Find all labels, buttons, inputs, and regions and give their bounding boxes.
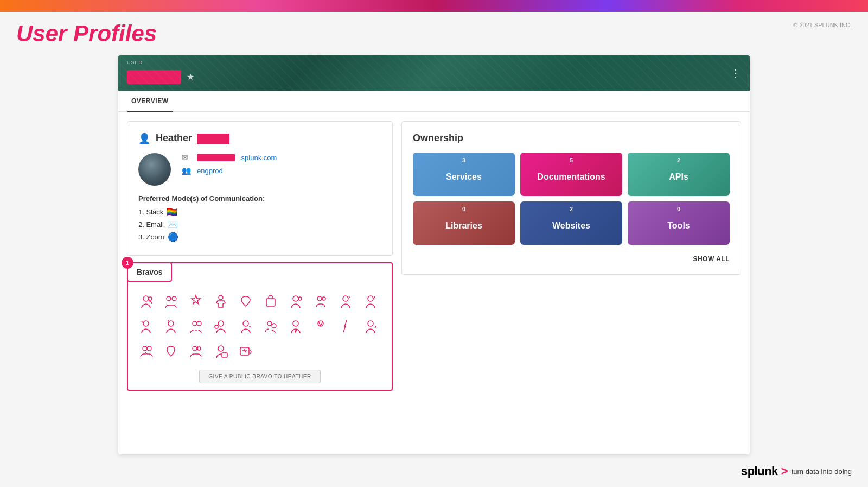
websites-label: Websites (552, 221, 590, 231)
profile-name: Heather (156, 132, 229, 144)
svg-point-19 (267, 321, 272, 326)
svg-point-18 (243, 321, 248, 326)
bravos-header: 1 Bravos (127, 262, 172, 282)
svg-point-1 (149, 297, 152, 300)
zoom-icon: 🔵 (168, 232, 178, 242)
svg-point-17 (215, 325, 218, 328)
bravo-icon-9[interactable] (334, 290, 357, 313)
svg-point-12 (143, 321, 149, 326)
email-domain: .splunk.com (239, 154, 277, 162)
bravos-section: 1 Bravos (127, 262, 393, 391)
ownership-tile-apis[interactable]: 2 APIs (628, 153, 730, 196)
bravo-icon-13[interactable] (184, 315, 207, 338)
banner-menu-button[interactable]: ⋮ (730, 67, 741, 80)
svg-point-20 (272, 324, 276, 328)
copyright-text: © 2021 SPLUNK INC. (793, 22, 852, 28)
svg-point-23 (368, 321, 373, 326)
svg-point-14 (193, 321, 197, 326)
bravo-icon-7[interactable] (284, 290, 307, 313)
svg-point-8 (317, 296, 322, 301)
svg-point-21 (293, 321, 298, 326)
svg-point-9 (322, 297, 326, 300)
show-all-row: SHOW ALL (413, 254, 730, 263)
slack-icon: 🏳️‍🌈 (167, 207, 177, 217)
group-row: 👥 engprod (182, 166, 381, 175)
profile-info: ✉ .splunk.com 👥 engprod (182, 153, 381, 186)
bravo-icon-8[interactable] (309, 290, 332, 313)
comm-number-1: 1. Slack (138, 208, 163, 216)
svg-point-28 (218, 346, 224, 351)
bravo-icon-11[interactable] (135, 315, 157, 338)
ownership-tile-websites[interactable]: 2 Websites (520, 201, 622, 245)
libraries-label: Libraries (445, 221, 482, 231)
bravo-icon-20[interactable] (359, 315, 382, 338)
comm-email: 2. Email ✉️ (138, 219, 381, 230)
communication-section: Preferred Mode(s) of Communication: 1. S… (138, 194, 381, 242)
apis-count: 2 (628, 157, 730, 163)
bravos-label: Bravos (137, 268, 162, 276)
bravo-icon-18[interactable] (309, 315, 332, 338)
bravo-icon-5[interactable] (234, 290, 257, 313)
page-title: User Profiles (16, 21, 157, 47)
svg-point-7 (298, 297, 302, 300)
splunk-footer: splunk > turn data into doing (741, 464, 852, 478)
email-app-icon: ✉️ (167, 219, 178, 230)
ownership-tile-documentations[interactable]: 5 Documentations (520, 153, 622, 196)
comm-number-2: 2. Email (138, 220, 164, 229)
bravo-icon-12[interactable] (159, 315, 182, 338)
svg-point-15 (197, 321, 201, 326)
ownership-tile-libraries[interactable]: 0 Libraries (413, 201, 515, 245)
bravo-icon-16[interactable] (259, 315, 282, 338)
give-bravo-button[interactable]: GIVE A PUBLIC BRAVO TO HEATHER (199, 370, 320, 383)
bravo-icon-17[interactable] (284, 315, 307, 338)
ownership-card: Ownership 3 Services 5 Documentations 2 … (401, 121, 741, 275)
svg-point-13 (168, 321, 174, 326)
bravo-icon-6[interactable] (259, 290, 282, 313)
svg-point-3 (172, 296, 176, 301)
ownership-grid: 3 Services 5 Documentations 2 APIs 0 Lib… (413, 153, 730, 245)
bravo-icon-15[interactable] (234, 315, 257, 338)
svg-point-4 (219, 295, 223, 300)
bravo-icon-24[interactable] (209, 340, 232, 363)
bravo-icon-22[interactable] (159, 340, 182, 363)
websites-count: 2 (520, 206, 622, 212)
bravo-icon-21[interactable] (135, 340, 157, 363)
bravo-icon-10[interactable] (359, 290, 382, 313)
ownership-tile-tools[interactable]: 0 Tools (628, 201, 730, 245)
bravo-icon-23[interactable] (184, 340, 207, 363)
svg-point-6 (293, 296, 298, 301)
tools-label: Tools (667, 221, 690, 231)
bravo-icon-25[interactable] (234, 340, 257, 363)
person-icon: 👤 (138, 132, 150, 144)
email-row: ✉ .splunk.com (182, 153, 381, 162)
services-count: 3 (413, 157, 515, 163)
svg-point-16 (218, 321, 224, 326)
bravo-icon-2[interactable] (159, 290, 182, 313)
left-panel: 👤 Heather ✉ .splunk.com (127, 121, 393, 440)
splunk-chevron-icon: > (781, 464, 788, 478)
documentations-count: 5 (520, 157, 622, 163)
group-icon: 👥 (182, 166, 193, 175)
svg-rect-5 (266, 299, 275, 306)
svg-point-0 (143, 296, 149, 301)
profile-banner: USER ★ ⋮ (118, 55, 750, 91)
content-area: 👤 Heather ✉ .splunk.com (118, 112, 750, 449)
services-label: Services (446, 172, 482, 182)
bravo-icon-14[interactable] (209, 315, 232, 338)
bravo-icon-19[interactable] (334, 315, 357, 338)
apis-label: APIs (669, 172, 688, 182)
avatar-image (138, 153, 171, 186)
tab-overview[interactable]: OVERVIEW (127, 91, 173, 112)
bravo-icon-1[interactable] (135, 290, 157, 313)
bravo-icon-3[interactable] (184, 290, 207, 313)
ownership-tile-services[interactable]: 3 Services (413, 153, 515, 196)
star-icon[interactable]: ★ (187, 72, 194, 82)
bravos-count-badge: 1 (122, 257, 133, 269)
top-gradient-bar (0, 0, 868, 12)
show-all-link[interactable]: SHOW ALL (693, 255, 730, 263)
bravo-icon-4[interactable] (209, 290, 232, 313)
svg-point-26 (193, 346, 197, 351)
bravos-content: GIVE A PUBLIC BRAVO TO HEATHER (128, 263, 392, 390)
name-redacted (197, 134, 229, 144)
group-name: engprod (197, 167, 223, 175)
